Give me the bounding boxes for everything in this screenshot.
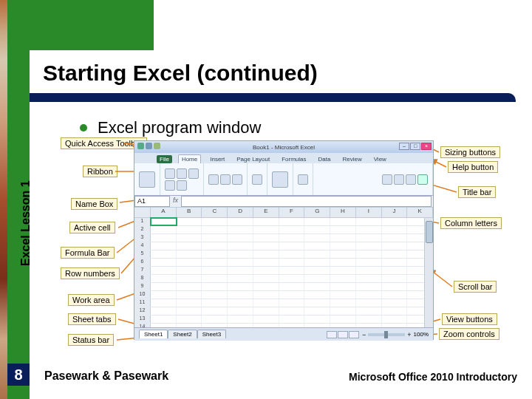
- cell[interactable]: [382, 307, 408, 315]
- cell[interactable]: [382, 324, 408, 327]
- sort-filter-icon[interactable]: [394, 174, 404, 185]
- cell[interactable]: [382, 226, 408, 233]
- cell[interactable]: [202, 242, 228, 250]
- column-header[interactable]: F: [279, 208, 305, 217]
- zoom-in-icon[interactable]: +: [407, 331, 411, 338]
- cell[interactable]: [202, 234, 228, 242]
- cell[interactable]: [304, 250, 330, 258]
- cell[interactable]: [382, 283, 408, 290]
- font-color-icon[interactable]: [177, 180, 187, 191]
- formula-bar[interactable]: [181, 196, 432, 207]
- cell[interactable]: [279, 291, 305, 299]
- find-select-icon[interactable]: [406, 174, 416, 185]
- cell[interactable]: [202, 275, 228, 282]
- row-header[interactable]: 2: [134, 226, 151, 233]
- currency-icon[interactable]: [252, 174, 262, 185]
- column-header[interactable]: I: [356, 208, 382, 217]
- cell[interactable]: [177, 250, 202, 258]
- cell[interactable]: [382, 267, 408, 274]
- cell[interactable]: [356, 307, 382, 315]
- cell[interactable]: [228, 324, 253, 327]
- cell[interactable]: [304, 259, 330, 266]
- cell[interactable]: [202, 299, 228, 307]
- cell[interactable]: [382, 250, 408, 258]
- cell[interactable]: [304, 242, 330, 250]
- cell[interactable]: [177, 291, 202, 299]
- cell[interactable]: [279, 316, 305, 323]
- cell[interactable]: [253, 275, 279, 282]
- cell[interactable]: [228, 259, 253, 266]
- cell[interactable]: [253, 226, 279, 233]
- zoom-percent[interactable]: 100%: [414, 331, 429, 338]
- row-header[interactable]: 12: [134, 307, 151, 315]
- align-left-icon[interactable]: [208, 174, 219, 185]
- cell[interactable]: [330, 275, 356, 282]
- cell[interactable]: [253, 234, 279, 242]
- row-header[interactable]: 10: [134, 291, 151, 299]
- align-right-icon[interactable]: [232, 174, 242, 185]
- paste-icon[interactable]: [139, 171, 155, 188]
- cell[interactable]: [382, 218, 408, 225]
- bold-icon[interactable]: [165, 168, 175, 179]
- cell[interactable]: [330, 267, 356, 274]
- cell[interactable]: [228, 283, 253, 290]
- cell[interactable]: [151, 267, 177, 274]
- cell[interactable]: [253, 250, 279, 258]
- autosum-icon[interactable]: [382, 174, 392, 185]
- cell[interactable]: [151, 218, 177, 225]
- row-header[interactable]: 9: [134, 283, 151, 290]
- cell[interactable]: [228, 307, 253, 315]
- cell[interactable]: [356, 226, 382, 233]
- cell[interactable]: [202, 250, 228, 258]
- cell[interactable]: [304, 275, 330, 282]
- cell[interactable]: [279, 226, 305, 233]
- cell[interactable]: [228, 299, 253, 307]
- cell[interactable]: [356, 259, 382, 266]
- cell[interactable]: [228, 267, 253, 274]
- cell[interactable]: [356, 218, 382, 225]
- close-button[interactable]: ×: [421, 143, 432, 150]
- ribbon-tab-file[interactable]: File: [157, 155, 172, 163]
- sheet-tab[interactable]: Sheet3: [197, 330, 226, 338]
- ribbon-tab-formulas[interactable]: Formulas: [279, 155, 309, 163]
- cell[interactable]: [279, 267, 305, 274]
- cell[interactable]: [279, 218, 305, 225]
- cell[interactable]: [202, 226, 228, 233]
- cell[interactable]: [202, 267, 228, 274]
- cell[interactable]: [177, 324, 202, 327]
- sheet-tab[interactable]: Sheet1: [139, 330, 168, 338]
- column-header[interactable]: A: [151, 208, 177, 217]
- cell[interactable]: [330, 259, 356, 266]
- qat-save-icon[interactable]: [137, 143, 144, 149]
- underline-icon[interactable]: [188, 168, 199, 179]
- cell[interactable]: [151, 283, 177, 290]
- cell[interactable]: [202, 291, 228, 299]
- cell[interactable]: [279, 324, 305, 327]
- cell[interactable]: [356, 275, 382, 282]
- cell[interactable]: [177, 226, 202, 233]
- cell[interactable]: [279, 299, 305, 307]
- cell[interactable]: [202, 316, 228, 323]
- zoom-out-icon[interactable]: −: [362, 331, 366, 338]
- cell[interactable]: [330, 218, 356, 225]
- cell[interactable]: [356, 316, 382, 323]
- cell[interactable]: [330, 291, 356, 299]
- cell[interactable]: [304, 267, 330, 274]
- cell[interactable]: [356, 242, 382, 250]
- cell[interactable]: [177, 307, 202, 315]
- quick-access-toolbar[interactable]: [137, 143, 160, 149]
- cell[interactable]: [330, 324, 356, 327]
- cell[interactable]: [177, 267, 202, 274]
- column-header[interactable]: E: [253, 208, 279, 217]
- cell[interactable]: [202, 283, 228, 290]
- column-header[interactable]: H: [330, 208, 356, 217]
- vertical-scrollbar[interactable]: [424, 218, 433, 327]
- row-header[interactable]: 11: [134, 299, 151, 307]
- cell[interactable]: [304, 218, 330, 225]
- cell[interactable]: [330, 234, 356, 242]
- cell[interactable]: [330, 242, 356, 250]
- cell[interactable]: [253, 267, 279, 274]
- cell[interactable]: [177, 234, 202, 242]
- cell[interactable]: [330, 250, 356, 258]
- select-all-corner[interactable]: [134, 208, 151, 217]
